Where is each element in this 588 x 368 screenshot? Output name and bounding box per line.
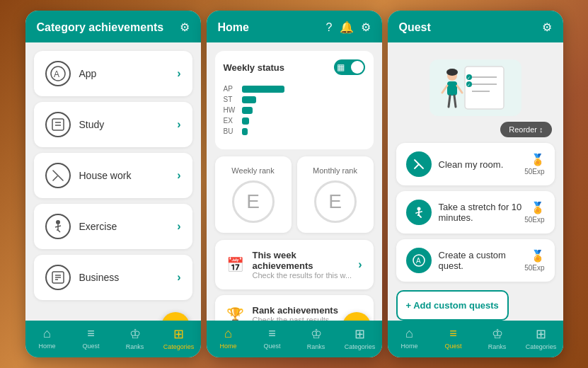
- monthly-rank-label: Monthly rank: [304, 166, 367, 175]
- category-left-business: Business: [45, 265, 120, 290]
- add-custom-quest-button[interactable]: + Add custom quests: [396, 290, 509, 321]
- svg-line-32: [415, 164, 419, 168]
- achievement-title-0: This week achievements: [253, 250, 359, 271]
- quest-item-q3[interactable]: A Create a custom quest. 🏅 50Exp: [396, 239, 555, 282]
- nav-label-ranks: Ranks: [488, 343, 507, 350]
- category-label-business: Business: [79, 272, 120, 283]
- bar-fill-ST: [242, 96, 256, 103]
- bar-row-ST: ST: [224, 96, 365, 103]
- category-label-housework: House work: [79, 170, 132, 181]
- quest-content: ✓ ✓: [388, 42, 563, 321]
- chevron-business: ›: [177, 271, 180, 284]
- settings-icon-home[interactable]: ⚙: [361, 21, 371, 34]
- nav-icon-quest: ≡: [449, 326, 457, 341]
- reorder-button[interactable]: Reorder ↕: [500, 122, 551, 137]
- weekly-status-header: Weekly status ▦: [224, 59, 365, 75]
- quest-list: Clean my room. 🏅 50Exp Take a stretch fo…: [396, 143, 555, 282]
- svg-rect-25: [447, 81, 457, 96]
- nav-item-ranks[interactable]: ♔ Ranks: [118, 326, 152, 350]
- bottom-nav-quest: ⌂ Home ≡ Quest ♔ Ranks ⊞ Categories: [388, 321, 563, 357]
- nav-item-categories[interactable]: ⊞ Categories: [524, 326, 558, 350]
- nav-icon-quest: ≡: [87, 326, 95, 341]
- nav-icon-categories: ⊞: [173, 326, 184, 342]
- bar-fill-EX: [242, 117, 249, 125]
- header-icons-categories: ⚙: [180, 21, 190, 34]
- rank-cards: Weekly rank E Monthly rank E: [215, 156, 374, 233]
- category-left-app: A App: [45, 61, 97, 86]
- bell-icon[interactable]: 🔔: [340, 21, 354, 34]
- achievement-title-1: Rank achievements: [253, 305, 338, 316]
- svg-text:✓: ✓: [467, 83, 471, 87]
- quest-icon-q2: [406, 200, 432, 225]
- nav-label-ranks: Ranks: [307, 343, 325, 350]
- screen-categories: Category achievements ⚙ A App › Study › …: [25, 11, 201, 357]
- category-item-business[interactable]: Business ›: [34, 255, 192, 300]
- bottom-nav-categories: ⌂ Home ≡ Quest ♔ Ranks ⊞ Categories: [25, 321, 201, 357]
- exp-value-q3: 50Exp: [524, 264, 544, 272]
- quest-exp-q3: 🏅 50Exp: [524, 249, 544, 272]
- weekly-status-label: Weekly status: [224, 62, 284, 73]
- nav-item-quest[interactable]: ≡ Quest: [255, 326, 289, 350]
- exp-medal-icon-q1: 🏅: [531, 153, 545, 166]
- nav-item-quest[interactable]: ≡ Quest: [74, 326, 108, 350]
- achievements-list: 📅 This week achievements Check the resul…: [215, 240, 374, 321]
- svg-line-11: [58, 230, 60, 232]
- achievement-sub-1: Check the past results: [253, 316, 338, 321]
- svg-point-33: [417, 207, 420, 211]
- nav-item-home[interactable]: ⌂ Home: [30, 326, 64, 350]
- nav-item-ranks[interactable]: ♔ Ranks: [480, 326, 514, 350]
- weekly-status-toggle[interactable]: ▦: [334, 59, 365, 75]
- nav-label-categories: Categories: [345, 343, 376, 350]
- chevron-housework: ›: [177, 169, 180, 182]
- nav-icon-ranks: ♔: [311, 326, 322, 342]
- bar-label-ST: ST: [224, 96, 238, 103]
- category-item-exercise[interactable]: Exercise ›: [34, 204, 192, 249]
- header-title-quest: Quest: [399, 21, 431, 34]
- quest-left-q3: A Create a custom quest.: [406, 248, 525, 273]
- nav-icon-quest: ≡: [268, 326, 276, 341]
- svg-rect-2: [52, 119, 64, 130]
- category-item-housework[interactable]: House work ›: [34, 153, 192, 198]
- category-label-study: Study: [79, 119, 105, 130]
- exp-medal-icon-q3: 🏅: [531, 249, 545, 263]
- weekly-rank-label: Weekly rank: [222, 166, 284, 175]
- nav-item-quest[interactable]: ≡ Quest: [437, 326, 471, 350]
- nav-label-home: Home: [38, 343, 55, 350]
- nav-icon-categories: ⊞: [536, 326, 546, 342]
- toggle-icon: ▦: [337, 62, 345, 72]
- nav-icon-home: ⌂: [405, 326, 413, 341]
- nav-item-categories[interactable]: ⊞ Categories: [162, 326, 196, 350]
- svg-text:A: A: [54, 69, 59, 79]
- svg-line-26: [442, 86, 447, 93]
- nav-item-home[interactable]: ⌂ Home: [212, 326, 246, 350]
- exp-value-q2: 50Exp: [524, 216, 544, 224]
- weekly-rank-card: Weekly rank E: [215, 156, 292, 233]
- exp-value-q1: 50Exp: [524, 168, 544, 176]
- weekly-rank-circle: E: [232, 180, 275, 223]
- category-label-exercise: Exercise: [79, 221, 117, 232]
- bar-label-EX: EX: [224, 117, 238, 125]
- body-categories: A App › Study › House work › Exercise › …: [25, 42, 201, 321]
- category-left-exercise: Exercise: [45, 214, 117, 239]
- category-item-app[interactable]: A App ›: [34, 51, 192, 96]
- nav-icon-ranks: ♔: [129, 326, 141, 342]
- nav-icon-home: ⌂: [43, 326, 51, 341]
- category-item-study[interactable]: Study ›: [34, 102, 192, 147]
- achievement-text-0: This week achievements Check the results…: [253, 250, 359, 280]
- bar-label-BU: BU: [224, 127, 238, 135]
- nav-icon-home: ⌂: [224, 326, 232, 341]
- nav-item-home[interactable]: ⌂ Home: [393, 326, 427, 350]
- achievement-icon-1: 🏆: [226, 306, 244, 321]
- quest-item-q1[interactable]: Clean my room. 🏅 50Exp: [396, 143, 555, 185]
- quest-left-q1: Clean my room.: [406, 151, 504, 177]
- nav-item-categories[interactable]: ⊞ Categories: [343, 326, 377, 350]
- nav-item-ranks[interactable]: ♔ Ranks: [299, 326, 333, 350]
- weekly-rank-letter: E: [246, 190, 260, 213]
- help-icon[interactable]: ?: [326, 21, 333, 34]
- quest-item-q2[interactable]: Take a stretch for 10 minutes. 🏅 50Exp: [396, 191, 555, 234]
- achievement-item-0[interactable]: 📅 This week achievements Check the resul…: [215, 240, 374, 289]
- screen-quest: Quest ⚙: [388, 11, 563, 357]
- nav-label-ranks: Ranks: [126, 343, 144, 350]
- settings-icon-categories[interactable]: ⚙: [180, 21, 190, 34]
- settings-icon-quest[interactable]: ⚙: [542, 21, 552, 34]
